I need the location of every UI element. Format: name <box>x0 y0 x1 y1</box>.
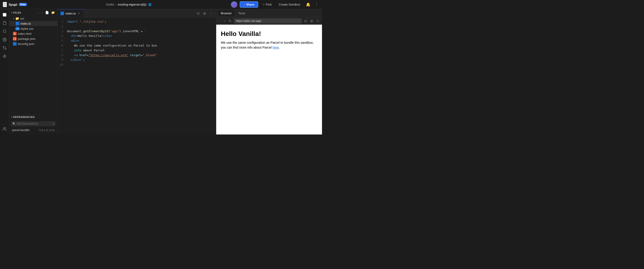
topbar-right: ↑ Share ⑂ Fork Create Sandbox 🔔 ⋮ <box>231 1 319 8</box>
files-header-label: Files <box>13 11 21 14</box>
browser-bar: ‹ › ↻ ⊡ ⊞ ⬡ <box>216 17 322 25</box>
dep-name: parcel-bundler <box>12 129 30 132</box>
code-line-4: 4 <h1>Hello Vanilla!</h1> <box>58 34 216 38</box>
svg-marker-7 <box>3 55 6 58</box>
browser-refresh-button[interactable]: ↻ <box>228 18 232 23</box>
code-line-3: 3 document.getElementById("app").innerHT… <box>58 29 216 34</box>
browser-action-buttons: ⊡ ⊞ ⬡ <box>303 18 320 23</box>
code-line-2: 2 <box>58 24 216 29</box>
browser-external-button[interactable]: ⬡ <box>315 18 320 23</box>
activity-bar <box>0 9 9 134</box>
sort-asc-button[interactable]: ↑ <box>41 10 44 14</box>
svg-point-5 <box>3 46 4 47</box>
activity-icon-git[interactable] <box>1 44 8 52</box>
new-folder-button[interactable]: 📁 <box>50 10 56 14</box>
browser-back-button[interactable]: ‹ <box>218 18 222 23</box>
files-header-icons: ↓ ↑ 📄 📁 <box>37 10 56 14</box>
sort-desc-button[interactable]: ↓ <box>37 10 40 14</box>
activity-icon-new-file[interactable] <box>1 19 8 27</box>
avatar[interactable] <box>231 1 238 8</box>
ts-file-icon: ts <box>16 22 19 25</box>
dep-chevron[interactable]: ▾ <box>11 116 12 118</box>
dep-version: ^1.6.1 (1.12.5) <box>38 129 55 132</box>
file-index-html[interactable]: h index.html <box>9 31 58 36</box>
editor-area: ts index.ts ✕ ⊡ ⊞ ··· 1 import "./styles… <box>58 9 216 134</box>
file-tsconfig-json-label: tsconfig.json <box>18 42 34 46</box>
fork-icon: ⑂ <box>263 3 264 6</box>
tsconfig-file-icon: ts <box>13 42 16 46</box>
browser-forward-button[interactable]: › <box>223 18 226 23</box>
fork-button[interactable]: ⑂ Fork <box>260 2 274 7</box>
file-index-html-label: index.html <box>18 32 31 35</box>
code-line-9: 9 </div>`; <box>58 58 216 62</box>
svg-line-2 <box>5 32 6 33</box>
editor-view-button[interactable]: ⊞ <box>202 11 207 16</box>
html-file-icon: h <box>13 32 16 35</box>
preview-text-1: We use the same configuration as Parcel … <box>221 41 314 49</box>
files-section-header: ▾ Files ↓ ↑ 📄 📁 <box>9 9 58 16</box>
preview-text: We use the same configuration as Parcel … <box>221 40 318 50</box>
preview-tab-tests[interactable]: Tests <box>236 10 248 16</box>
breadcrumb-separator: / <box>116 3 116 6</box>
browser-new-window-button[interactable]: ⊡ <box>303 18 308 23</box>
sidebar: ▾ Files ↓ ↑ 📄 📁 ▾ 📁 src ts index.ts <box>9 9 58 134</box>
code-editor[interactable]: 1 import "./styles.css"; 2 3 document.ge… <box>58 17 216 134</box>
file-package-json[interactable]: { } package.json <box>9 36 58 41</box>
sandbox-name[interactable]: exciting-elgamal-oj0j1 <box>118 3 147 6</box>
file-tree: ▾ 📁 src ts index.ts css styles.css h ind… <box>9 16 58 114</box>
dependencies-label: Dependencies <box>13 116 35 118</box>
files-chevron[interactable]: ▾ <box>11 11 12 14</box>
hamburger-button[interactable]: ☰ <box>3 2 7 7</box>
dep-search-input[interactable] <box>11 121 56 126</box>
code-line-6: 6 We use the same configuration as Parce… <box>58 43 216 48</box>
dep-parcel-bundler[interactable]: parcel-bundler ^1.6.1 (1.12.5) <box>9 128 58 133</box>
editor-tabs: ts index.ts ✕ ⊡ ⊞ ··· <box>58 9 216 17</box>
file-tsconfig-json[interactable]: ts tsconfig.json <box>9 41 58 46</box>
more-button[interactable]: ⋮ <box>314 1 319 7</box>
css-file-icon: css <box>16 27 19 30</box>
dep-list-icon[interactable]: ≡ <box>53 122 54 125</box>
code-line-8: 8 <a href="https://parceljs.org" target=… <box>58 53 216 58</box>
browser-split-button[interactable]: ⊞ <box>309 18 314 23</box>
share-label: Share <box>246 3 254 6</box>
drafts-link[interactable]: Drafts <box>106 3 114 6</box>
tab-close-button[interactable]: ✕ <box>77 12 81 15</box>
new-file-button[interactable]: 📄 <box>44 10 50 14</box>
activity-icon-settings[interactable] <box>1 36 8 43</box>
main-area: ▾ Files ↓ ↑ 📄 📁 ▾ 📁 src ts index.ts <box>0 9 322 134</box>
activity-icon-files[interactable] <box>1 11 8 18</box>
topbar-left: ☰ liyupi Free <box>3 2 27 7</box>
free-badge: Free <box>19 3 27 6</box>
file-index-ts[interactable]: ts index.ts <box>9 21 58 26</box>
file-styles-css-label: styles.css <box>20 27 34 30</box>
code-line-7: 7 info about Parcel <box>58 48 216 53</box>
editor-tab-index-ts[interactable]: ts index.ts ✕ <box>58 9 84 17</box>
share-button[interactable]: ↑ Share <box>240 1 258 7</box>
dep-search-icon: 🔍 <box>12 122 16 125</box>
svg-point-1 <box>3 30 6 32</box>
split-editor-button[interactable]: ⊡ <box>196 11 201 16</box>
preview-tab-browser[interactable]: Browser <box>218 10 235 16</box>
svg-point-8 <box>3 127 4 129</box>
editor-more-button[interactable]: ··· <box>208 11 214 16</box>
activity-icon-search[interactable] <box>1 28 8 35</box>
activity-icon-team[interactable] <box>1 125 8 133</box>
dependencies-section: ▾ Dependencies 🔍 ≡ parcel-bundler ^1.6.1… <box>9 114 58 134</box>
create-sandbox-button[interactable]: Create Sandbox <box>276 2 303 7</box>
folder-src[interactable]: ▾ 📁 src <box>9 16 58 21</box>
folder-src-label: src <box>20 17 24 20</box>
browser-url-input[interactable] <box>234 18 302 23</box>
file-package-json-label: package.json <box>18 37 36 40</box>
file-styles-css[interactable]: css styles.css <box>9 26 58 31</box>
svg-point-4 <box>5 48 6 49</box>
globe-icon: 🌐 <box>148 3 152 6</box>
preview-here-link[interactable]: here <box>272 46 279 49</box>
svg-point-3 <box>4 39 5 40</box>
dep-search-wrap: 🔍 ≡ <box>11 121 56 126</box>
code-line-10: 10 <box>58 62 216 67</box>
preview-panel: Browser Tests ‹ › ↻ ⊡ ⊞ ⬡ Hello Vanilla!… <box>216 9 322 134</box>
dependencies-header: ▾ Dependencies <box>9 114 58 120</box>
tab-ts-icon: ts <box>60 11 64 15</box>
bell-button[interactable]: 🔔 <box>305 1 312 7</box>
activity-icon-deploy[interactable] <box>1 52 8 60</box>
